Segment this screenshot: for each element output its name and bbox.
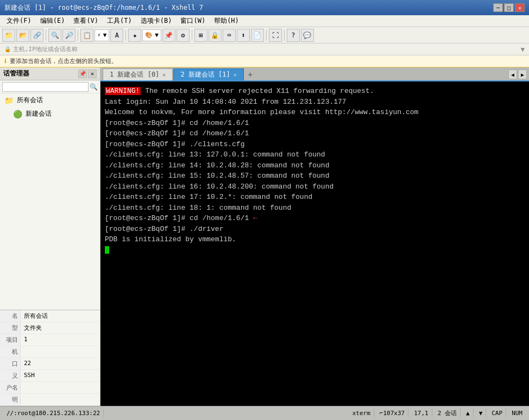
status-nav-down[interactable]: ▼ [476, 409, 487, 418]
maximize-button[interactable]: □ [504, 3, 514, 12]
sidebar-info-panel: 名 所有会话 型 文件夹 项目 1 机 口 22 义 SSH [0, 310, 100, 406]
lock-btn[interactable]: 🔒 [209, 29, 222, 42]
tip-icon: ℹ [4, 58, 7, 65]
info-label-port: 口 [0, 358, 21, 369]
menu-window[interactable]: 窗口(W) [176, 15, 210, 27]
info-value-username [21, 382, 100, 393]
status-path: //:root@180.215.226.133:22 [3, 409, 104, 418]
close-button[interactable]: ✕ [515, 3, 525, 12]
tip-bar: ℹ 要添加当前会话，点击左侧的箭头按钮。 [0, 55, 529, 67]
terminal-line-12: ./clients.cfg: line 18: 1: command not f… [105, 203, 525, 214]
sep5 [266, 30, 267, 41]
status-nav-up[interactable]: ▲ [463, 409, 474, 418]
status-terminal: xterm [349, 409, 374, 418]
sep2 [78, 30, 78, 41]
folder-icon: 📁 [4, 96, 14, 105]
info-label-items: 项目 [0, 334, 21, 346]
terminal-line-7: ./clients.cfg: line 13: 127.0.0.1: comma… [105, 149, 525, 160]
sidebar-item-all-sessions[interactable]: 📁 所有会话 [0, 93, 100, 107]
lock-icon: 🔒 [4, 46, 11, 52]
status-position: 17,1 [411, 409, 432, 418]
help-btn[interactable]: ? [287, 29, 300, 42]
terminal-cursor-line [105, 245, 525, 256]
terminal-line-2: Last login: Sun Jan 10 14:08:40 2021 fro… [105, 97, 525, 108]
content-area: 1 新建会话 [0] ✕ 2 新建会话 [1] ✕ + ◀ ▶ WARNING!… [100, 67, 529, 406]
transfer-btn[interactable]: ⬆ [237, 29, 250, 42]
menu-tabs[interactable]: 选项卡(B) [136, 15, 177, 27]
search-icon[interactable]: 🔍 [90, 83, 98, 91]
sidebar-header: 话管理器 📌 ✕ [0, 67, 100, 80]
sidebar-close-btn[interactable]: ✕ [88, 70, 97, 78]
file-btn[interactable]: 📄 [251, 29, 264, 42]
main-layout: 话管理器 📌 ✕ 🔍 📁 所有会话 🟢 新建会话 名 所有会话 型 文 [0, 67, 529, 406]
key-btn[interactable]: ⌨ [223, 29, 236, 42]
info-value-name: 所有会话 [21, 310, 100, 322]
font-btn[interactable]: A [110, 29, 123, 42]
sidebar-item-label: 所有会话 [17, 96, 43, 105]
sidebar-item-new-session[interactable]: 🟢 新建会话 [0, 107, 100, 121]
terminal[interactable]: WARNING! The remote SSH server rejected … [100, 82, 529, 406]
chat-btn[interactable]: 💬 [301, 29, 314, 42]
info-row-username: 户名 [0, 382, 100, 394]
fullscreen-btn[interactable]: ⊞ [194, 29, 207, 42]
find2-btn[interactable]: 🔎 [62, 29, 75, 42]
nav-down-icon[interactable]: ▼ [479, 410, 483, 417]
menu-view[interactable]: 查看(V) [69, 15, 103, 27]
menu-tools[interactable]: 工具(T) [103, 15, 136, 27]
info-row-name: 名 所有会话 [0, 310, 100, 322]
add-tab-button[interactable]: + [244, 68, 256, 80]
menu-edit[interactable]: 编辑(E) [36, 15, 70, 27]
toolbar: 📁 📂 🔗 🔍 🔎 📋 ⚡ ▼ A ★ 🎨 ▼ 📌 ⚙ ⊞ 🔒 ⌨ ⬆ 📄 ⛶ … [0, 27, 529, 43]
info-row-desc: 明 [0, 394, 100, 406]
status-caps: CAP [488, 409, 506, 418]
sidebar-pin-btn[interactable]: 📌 [78, 70, 87, 78]
sidebar-actions: 📌 ✕ [78, 70, 97, 78]
status-path-text: //:root@180.215.226.133:22 [7, 410, 100, 417]
tab-2[interactable]: 2 新建会话 [1] ✕ [173, 68, 243, 80]
fav-btn[interactable]: ★ [128, 29, 141, 42]
info-label-name: 名 [0, 310, 21, 322]
dropdown-arrow: ▼ [103, 32, 107, 39]
minimize-button[interactable]: ─ [493, 3, 503, 12]
paste-btn[interactable]: 📌 [162, 29, 175, 42]
nav-up-icon[interactable]: ▲ [466, 410, 470, 417]
status-sessions: 2 会话 [434, 408, 461, 418]
expand-btn[interactable]: ⛶ [269, 29, 282, 42]
info-label-protocol: 义 [0, 370, 21, 381]
status-size: ⌐ 107x37 [376, 409, 408, 418]
info-row-protocol: 义 SSH [0, 370, 100, 382]
open-btn[interactable]: 📂 [16, 29, 29, 42]
tab-1-close[interactable]: ✕ [162, 72, 166, 78]
info-value-protocol: SSH [21, 370, 100, 381]
tab-2-label: 2 新建会话 [1] [180, 70, 230, 79]
window-controls: ─ □ ✕ [493, 3, 525, 12]
tab-bar: 1 新建会话 [0] ✕ 2 新建会话 [1] ✕ + ◀ ▶ [100, 67, 529, 82]
tab-next-btn[interactable]: ▶ [518, 70, 527, 79]
menu-help[interactable]: 帮助(H) [210, 15, 243, 27]
encoding-dropdown[interactable]: ⚡ ▼ [95, 29, 109, 41]
script-btn[interactable]: ⚙ [177, 29, 190, 42]
status-size-text: 107x37 [383, 410, 405, 417]
info-value-desc [21, 394, 100, 405]
find-btn[interactable]: 🔍 [48, 29, 61, 42]
new-session-btn[interactable]: 📁 [2, 29, 15, 42]
connect-btn[interactable]: 🔗 [30, 29, 43, 42]
sidebar-title: 话管理器 [3, 69, 29, 78]
copy-btn[interactable]: 📋 [80, 29, 93, 42]
address-bar: 🔒 主机,IP地址或会话名称 ▼ [0, 43, 529, 55]
arrow-indicator: ← [253, 214, 257, 222]
status-sessions-text: 2 会话 [438, 409, 457, 417]
tab-2-close[interactable]: ✕ [234, 72, 237, 78]
info-row-items: 项目 1 [0, 334, 100, 346]
terminal-line-8: ./clients.cfg: line 14: 10.2.48.28: comm… [105, 160, 525, 171]
color-dropdown[interactable]: 🎨 ▼ [142, 29, 161, 41]
sidebar-search-input[interactable] [2, 82, 89, 92]
terminal-line-10: ./clients.cfg: line 16: 10.2.48.200: com… [105, 181, 525, 192]
tab-1[interactable]: 1 新建会话 [0] ✕ [103, 68, 173, 80]
terminal-line-15: PDB is initialized by vmmemlib. [105, 234, 525, 245]
status-caps-text: CAP [492, 410, 502, 417]
tab-prev-btn[interactable]: ◀ [508, 70, 517, 79]
menu-file[interactable]: 文件(F) [2, 15, 36, 27]
info-value-items: 1 [21, 334, 100, 346]
info-label-username: 户名 [0, 382, 21, 393]
